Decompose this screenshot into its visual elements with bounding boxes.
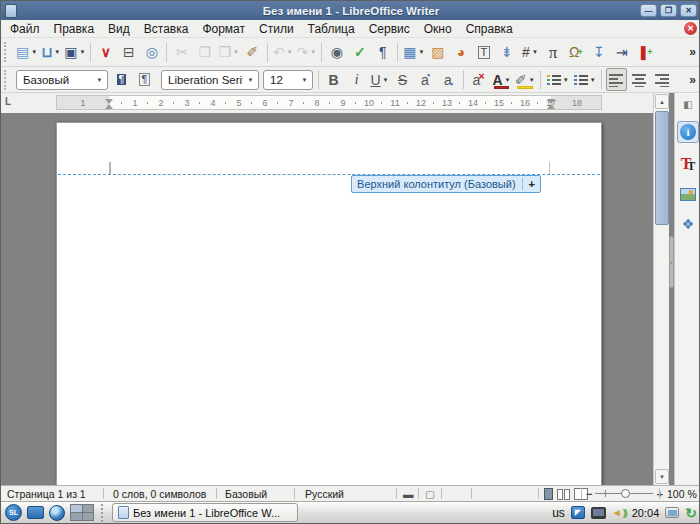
chevron-down-icon[interactable]: ▼ — [92, 71, 107, 89]
standard-toolbar-overflow-button[interactable]: » — [689, 45, 696, 59]
toolbar-grip[interactable] — [4, 70, 9, 90]
insert-footnote-button[interactable]: ↧ — [588, 41, 609, 64]
align-right-button[interactable] — [652, 68, 673, 91]
zoom-slider[interactable] — [595, 487, 653, 500]
clock[interactable]: 20:04 — [632, 507, 660, 519]
chevron-down-icon[interactable]: ▼ — [297, 71, 312, 89]
formatting-toolbar-overflow-button[interactable]: » — [689, 73, 696, 87]
clone-formatting-button[interactable]: ✐ — [242, 41, 263, 64]
menu-styles[interactable]: Стили — [252, 21, 301, 37]
font-name-input[interactable] — [162, 74, 243, 86]
redo-button[interactable]: ↷▼ — [296, 41, 318, 64]
menu-tools[interactable]: Сервис — [362, 21, 417, 37]
minimize-button[interactable]: — — [640, 4, 657, 17]
menu-table[interactable]: Таблица — [301, 21, 362, 37]
insert-chart-button[interactable]: ◕ — [450, 41, 471, 64]
superscript-button[interactable]: a▪ — [415, 68, 436, 91]
maximize-button[interactable]: ❐ — [660, 4, 677, 17]
show-desktop-button[interactable] — [27, 506, 44, 519]
clear-formatting-button[interactable]: a× — [468, 68, 489, 91]
paragraph-style-combobox[interactable]: ▼ — [16, 70, 108, 90]
export-pdf-button[interactable]: ∨ — [95, 41, 116, 64]
insert-text-box-button[interactable]: T — [473, 41, 494, 64]
horizontal-ruler[interactable]: 1123456789101112131415161718 — [56, 95, 602, 110]
header-plus-button[interactable]: + — [522, 178, 535, 190]
insert-image-button[interactable]: ▨ — [427, 41, 448, 64]
insert-field-button[interactable]: #▼ — [519, 41, 540, 64]
document-canvas[interactable]: Верхний колонтитул (Базовый) + — [1, 113, 653, 485]
find-replace-button[interactable]: ◉ — [326, 41, 347, 64]
undo-button[interactable]: ↶▼ — [272, 41, 294, 64]
zoom-level-status[interactable]: 100 % — [667, 488, 697, 500]
menu-format[interactable]: Формат — [195, 21, 252, 37]
close-document-icon[interactable]: ✕ — [684, 22, 697, 35]
single-page-view-button[interactable] — [544, 488, 553, 500]
spelling-button[interactable]: ✓ — [349, 41, 370, 64]
menu-help[interactable]: Справка — [459, 21, 520, 37]
align-left-button[interactable] — [606, 68, 627, 91]
menu-file[interactable]: Файл — [3, 21, 47, 37]
insert-special-char-button[interactable]: Ω+ — [565, 41, 586, 64]
header-tag[interactable]: Верхний колонтитул (Базовый) + — [351, 175, 541, 193]
document-page[interactable]: Верхний колонтитул (Базовый) + — [56, 122, 602, 485]
language-status[interactable]: Русский — [305, 488, 344, 500]
word-count-status[interactable]: 0 слов, 0 символов — [113, 488, 206, 500]
insert-formula-button[interactable]: π — [542, 41, 563, 64]
tab-stop-selector[interactable]: L — [5, 96, 11, 107]
multi-page-view-button[interactable] — [557, 489, 570, 500]
logout-icon[interactable]: ↻ — [685, 506, 697, 520]
document-modified-icon[interactable]: ▢ — [425, 488, 435, 500]
numbered-list-button[interactable]: ▼ — [572, 68, 597, 91]
navigator-tab[interactable]: ❖ — [677, 213, 699, 235]
bold-button[interactable]: B — [323, 68, 344, 91]
vertical-scrollbar[interactable]: ▲ ▼ — [653, 93, 669, 485]
paragraph-style-input[interactable] — [17, 74, 92, 86]
toolbar-grip[interactable] — [4, 42, 9, 62]
new-document-button[interactable]: ▤▼ — [15, 41, 38, 64]
save-button[interactable]: ▣▼ — [63, 41, 86, 64]
title-bar[interactable]: Без имени 1 - LibreOffice Writer — ❐ ✕ — [1, 1, 700, 20]
styles-tab[interactable]: TT — [677, 153, 699, 175]
scrollbar-thumb[interactable] — [655, 111, 669, 225]
zoom-out-button[interactable]: − — [586, 488, 592, 500]
subscript-button[interactable]: a▪ — [438, 68, 459, 91]
align-center-button[interactable] — [629, 68, 650, 91]
insert-page-break-button[interactable]: ⇟ — [496, 41, 517, 64]
keyboard-layout-indicator[interactable]: us — [552, 506, 565, 520]
copy-button[interactable]: ❐ — [194, 41, 215, 64]
italic-button[interactable]: i — [346, 68, 367, 91]
battery-tray-icon[interactable] — [665, 507, 679, 518]
insert-comment-button[interactable]: ❚+ — [634, 41, 655, 64]
insert-table-button[interactable]: ▦▼ — [402, 41, 425, 64]
gallery-tab[interactable] — [677, 183, 699, 205]
properties-tab[interactable]: i — [677, 121, 699, 143]
display-tray-icon[interactable] — [591, 507, 606, 519]
selection-mode-icon[interactable]: ▬ — [403, 488, 414, 500]
paste-button[interactable]: ❒▼ — [217, 41, 240, 64]
scroll-down-button[interactable]: ▼ — [655, 469, 669, 484]
menu-edit[interactable]: Правка — [47, 21, 102, 37]
update-style-button[interactable]: ¶ — [111, 68, 132, 91]
font-color-button[interactable]: A▼ — [491, 68, 512, 91]
page-count-status[interactable]: Страница 1 из 1 — [7, 488, 86, 500]
underline-button[interactable]: U▼ — [369, 68, 390, 91]
font-size-input[interactable] — [264, 74, 297, 86]
new-style-button[interactable]: ¶ — [134, 68, 155, 91]
scroll-up-button[interactable]: ▲ — [655, 94, 669, 109]
volume-icon[interactable]: ◄ ))) — [612, 507, 626, 518]
cut-button[interactable]: ✂ — [171, 41, 192, 64]
menu-view[interactable]: Вид — [101, 21, 137, 37]
zoom-slider-thumb[interactable] — [621, 489, 630, 498]
task-button-writer[interactable]: Без имени 1 - LibreOffice W... — [112, 503, 298, 522]
open-file-button[interactable]: ⊔▼ — [40, 41, 61, 64]
remote-desktop-tray-icon[interactable]: ◤ — [571, 506, 585, 519]
formatting-marks-button[interactable]: ¶ — [372, 41, 393, 64]
menu-window[interactable]: Окно — [417, 21, 459, 37]
bullet-list-button[interactable]: ▼ — [545, 68, 570, 91]
print-preview-button[interactable]: ◎ — [141, 41, 162, 64]
print-button[interactable]: ⊟ — [118, 41, 139, 64]
chevron-down-icon[interactable]: ▼ — [243, 71, 258, 89]
sidebar-settings-button[interactable]: ◧ — [677, 97, 699, 111]
menu-insert[interactable]: Вставка — [137, 21, 196, 37]
page-style-status[interactable]: Базовый — [225, 488, 267, 500]
